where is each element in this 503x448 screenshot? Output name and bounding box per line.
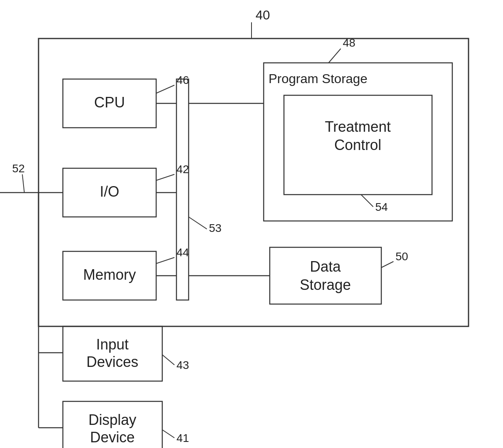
label-53: 53	[209, 222, 221, 234]
program-storage-label: Program Storage	[269, 71, 368, 86]
svg-line-9	[189, 217, 207, 229]
label-44: 44	[176, 246, 189, 259]
svg-line-3	[156, 257, 174, 264]
data-storage-box	[270, 247, 381, 304]
label-41: 41	[176, 432, 189, 444]
label-48: 48	[343, 36, 355, 49]
label-52: 52	[12, 162, 25, 175]
svg-line-14	[22, 174, 24, 193]
treatment-control-label-line1: Treatment	[325, 118, 391, 135]
data-storage-label-line1: Data	[310, 258, 341, 275]
label-46: 46	[176, 74, 189, 86]
label-54: 54	[375, 201, 388, 213]
svg-line-11	[361, 195, 373, 207]
vertical-bus	[176, 79, 189, 300]
input-devices-label-line1: Input	[96, 336, 129, 353]
svg-line-18	[162, 355, 174, 365]
label-43: 43	[176, 359, 189, 371]
display-device-label-line2: Device	[90, 429, 135, 446]
label-40: 40	[256, 8, 270, 22]
data-storage-label-line2: Storage	[300, 277, 351, 293]
system-box	[39, 39, 469, 326]
svg-line-10	[329, 49, 341, 63]
svg-line-2	[156, 174, 174, 180]
io-label: I/O	[100, 183, 119, 200]
svg-line-1	[156, 85, 174, 93]
cpu-label: CPU	[94, 94, 125, 111]
treatment-control-label-line2: Control	[334, 137, 381, 153]
label-50: 50	[396, 250, 408, 263]
memory-label: Memory	[83, 266, 136, 283]
svg-line-12	[381, 262, 393, 268]
input-devices-label-line2: Devices	[86, 354, 138, 370]
display-device-label-line1: Display	[88, 412, 136, 428]
svg-line-19	[162, 430, 174, 438]
label-42: 42	[176, 163, 189, 176]
diagram-container: 40 CPU 46 I/O 42 Memory 44 53	[0, 0, 503, 448]
